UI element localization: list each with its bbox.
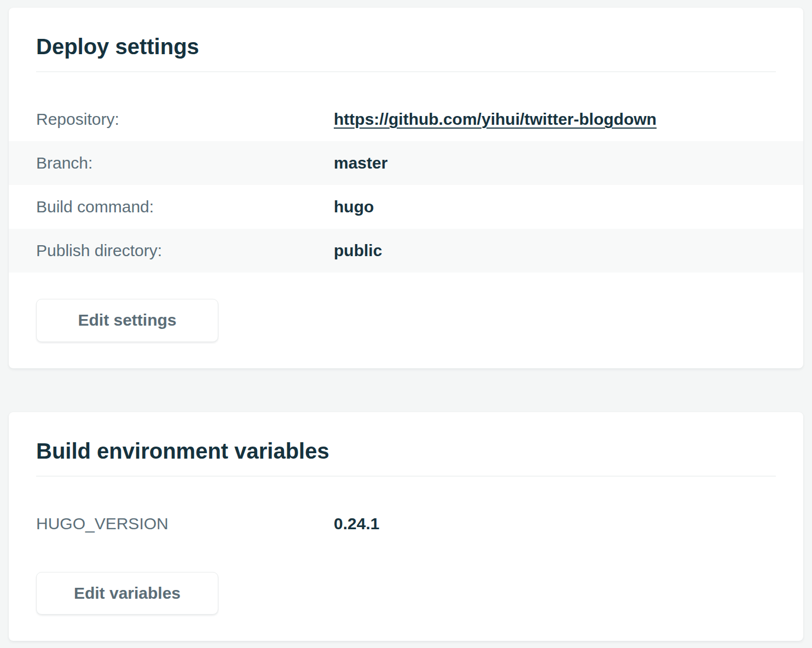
edit-settings-button[interactable]: Edit settings (36, 299, 218, 342)
deploy-settings-title: Deploy settings (36, 34, 776, 72)
hugo-version-value: 0.24.1 (334, 514, 379, 533)
publish-directory-value: public (334, 241, 382, 260)
build-command-value: hugo (334, 198, 374, 216)
hugo-version-row: HUGO_VERSION 0.24.1 (9, 502, 803, 546)
build-command-row: Build command: hugo (9, 185, 803, 229)
deploy-settings-rows: Repository: https://github.com/yihui/twi… (9, 97, 803, 273)
build-command-label: Build command: (36, 198, 334, 216)
hugo-version-label: HUGO_VERSION (36, 514, 334, 533)
repository-row: Repository: https://github.com/yihui/twi… (9, 97, 803, 141)
repository-link[interactable]: https://github.com/yihui/twitter-blogdow… (334, 110, 657, 129)
build-env-variables-card: Build environment variables HUGO_VERSION… (9, 412, 803, 641)
branch-value: master (334, 154, 387, 172)
publish-directory-label: Publish directory: (36, 241, 334, 260)
branch-label: Branch: (36, 154, 334, 172)
build-env-variables-title: Build environment variables (36, 438, 776, 477)
repository-label: Repository: (36, 110, 334, 129)
settings-page: Deploy settings Repository: https://gith… (0, 0, 812, 647)
branch-row: Branch: master (9, 141, 803, 185)
edit-variables-button[interactable]: Edit variables (36, 572, 218, 615)
build-env-variables-rows: HUGO_VERSION 0.24.1 (9, 502, 803, 546)
deploy-settings-card: Deploy settings Repository: https://gith… (9, 8, 803, 368)
publish-directory-row: Publish directory: public (9, 229, 803, 273)
